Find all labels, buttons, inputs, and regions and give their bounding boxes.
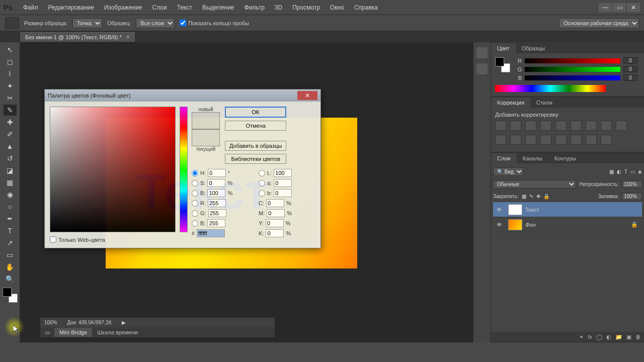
adj-icon[interactable] (571, 135, 582, 145)
bv-radio[interactable] (192, 190, 198, 197)
filter-shape-icon[interactable]: ▭ (630, 169, 635, 174)
adj-icon[interactable] (555, 121, 567, 131)
adj-icon[interactable] (586, 135, 597, 145)
canvas-area[interactable]: Текст Палитра цветов (Фоновый цвет) ✕ То… (20, 42, 473, 342)
document-tab[interactable]: Без имени-1 @ 100% (Текст, RGB/8) * ✕ (20, 32, 135, 42)
adj-icon[interactable] (510, 121, 521, 131)
crop-tool[interactable]: ✂ (4, 93, 17, 104)
menu-3d[interactable]: 3D (270, 2, 287, 13)
pen-tool[interactable]: ✒ (4, 213, 17, 224)
lock-transparency-icon[interactable]: ▦ (522, 194, 526, 199)
y-input[interactable] (266, 219, 284, 227)
adj-icon[interactable] (540, 121, 551, 131)
panel-color-swatches[interactable] (495, 57, 510, 72)
show-ring-checkbox[interactable]: Показать кольцо пробы (180, 20, 249, 26)
web-only-checkbox[interactable]: Только Web-цвета (50, 236, 176, 243)
r-input[interactable] (208, 199, 226, 207)
b-radio[interactable] (192, 220, 198, 227)
s-input[interactable] (207, 179, 225, 187)
menu-edit[interactable]: Редактирование (43, 2, 99, 13)
r-slider[interactable] (525, 58, 620, 63)
rectangle-tool[interactable]: ▭ (4, 249, 17, 260)
close-button[interactable]: ✕ (627, 3, 640, 12)
close-tab-icon[interactable]: ✕ (126, 34, 130, 40)
color-swatch-control[interactable] (3, 288, 18, 303)
lock-position-icon[interactable]: ✥ (536, 194, 540, 199)
g-slider[interactable] (525, 67, 620, 72)
h-radio[interactable] (192, 170, 198, 176)
b-input[interactable] (207, 219, 225, 227)
blend-mode-select[interactable]: Обычные (493, 180, 576, 189)
fg-color-swatch[interactable] (3, 288, 12, 297)
layer-row-text[interactable]: 👁 Текст (493, 202, 642, 217)
l-radio[interactable] (259, 170, 265, 176)
filter-text-icon[interactable]: T (624, 169, 627, 174)
g-value[interactable] (623, 66, 637, 72)
g-input[interactable] (208, 209, 226, 217)
g-radio[interactable] (192, 210, 198, 217)
adj-icon[interactable] (555, 135, 567, 145)
lock-all-icon[interactable]: 🔒 (543, 194, 549, 199)
stamp-tool[interactable]: ▲ (4, 141, 17, 152)
move-tool[interactable]: ↖ (4, 44, 17, 55)
rect-marquee-tool[interactable]: ◻ (4, 56, 17, 67)
magic-wand-tool[interactable]: ✦ (4, 80, 17, 92)
eyedropper-tool[interactable]: ✎ (4, 105, 17, 116)
sample-select[interactable]: Все слои (136, 18, 175, 28)
lasso-tool[interactable]: ⌇ (4, 68, 17, 79)
tab-timeline[interactable]: Шкала времени (92, 328, 143, 337)
visibility-icon[interactable]: 👁 (493, 222, 505, 228)
menu-view[interactable]: Просмотр (287, 2, 325, 13)
visibility-icon[interactable]: 👁 (493, 207, 505, 213)
adj-icon[interactable] (510, 135, 521, 145)
menu-window[interactable]: Окно (325, 2, 349, 13)
type-tool[interactable]: T (4, 225, 17, 236)
tab-styles[interactable]: Стили (530, 98, 558, 108)
dialog-close-button[interactable]: ✕ (297, 91, 317, 100)
menu-text[interactable]: Текст (172, 2, 197, 13)
adj-icon[interactable] (571, 121, 582, 131)
tab-layers[interactable]: Слои (491, 153, 517, 163)
layer-kind-select[interactable]: 🔍 Вид (493, 167, 524, 176)
adj-icon[interactable] (525, 121, 536, 131)
bv-input[interactable] (207, 189, 225, 197)
a-radio[interactable] (259, 180, 265, 187)
lock-pixels-icon[interactable]: ✎ (529, 194, 533, 199)
hue-slider[interactable] (180, 107, 188, 232)
b-slider[interactable] (525, 75, 620, 80)
layer-row-background[interactable]: 👁 Фон 🔒 (493, 217, 642, 232)
adj-icon[interactable] (601, 121, 612, 131)
r-radio[interactable] (192, 200, 198, 207)
tab-minibridge[interactable]: Mini Bridge (54, 328, 92, 337)
adj-icon[interactable] (495, 121, 506, 131)
filter-adj-icon[interactable]: ◐ (617, 169, 621, 174)
spectrum-ramp[interactable] (495, 85, 606, 92)
fx-icon[interactable]: fx (588, 334, 592, 340)
a-input[interactable] (274, 179, 292, 187)
filter-smart-icon[interactable]: ◈ (638, 169, 642, 174)
panel-icon[interactable]: ▭ (40, 329, 54, 336)
b-value[interactable] (623, 74, 637, 81)
ok-button[interactable]: OK (225, 107, 286, 118)
tab-paths[interactable]: Контуры (548, 153, 582, 163)
path-select-tool[interactable]: ↗ (4, 237, 17, 248)
adj-layer-icon[interactable]: ◐ (606, 334, 611, 340)
b-lab-input[interactable] (274, 189, 292, 197)
mask-icon[interactable]: ◯ (596, 334, 602, 340)
menu-layers[interactable]: Слои (147, 2, 172, 13)
filter-pixel-icon[interactable]: ▦ (609, 169, 614, 174)
b-lab-radio[interactable] (259, 190, 265, 197)
k-input[interactable] (266, 229, 284, 237)
menu-image[interactable]: Изображение (99, 2, 147, 13)
dodge-tool[interactable]: ○ (4, 201, 17, 212)
l-input[interactable] (274, 169, 292, 177)
minimize-button[interactable]: — (599, 3, 612, 12)
tab-adjustments[interactable]: Коррекция (491, 98, 530, 108)
menu-filter[interactable]: Фильтр (239, 2, 270, 13)
delete-layer-icon[interactable]: 🗑 (635, 334, 641, 340)
tab-channels[interactable]: Каналы (517, 153, 548, 163)
c-input[interactable] (266, 199, 284, 207)
zoom-value[interactable]: 100% (44, 320, 57, 325)
properties-panel-icon[interactable] (476, 63, 488, 74)
adj-icon[interactable] (616, 121, 627, 131)
